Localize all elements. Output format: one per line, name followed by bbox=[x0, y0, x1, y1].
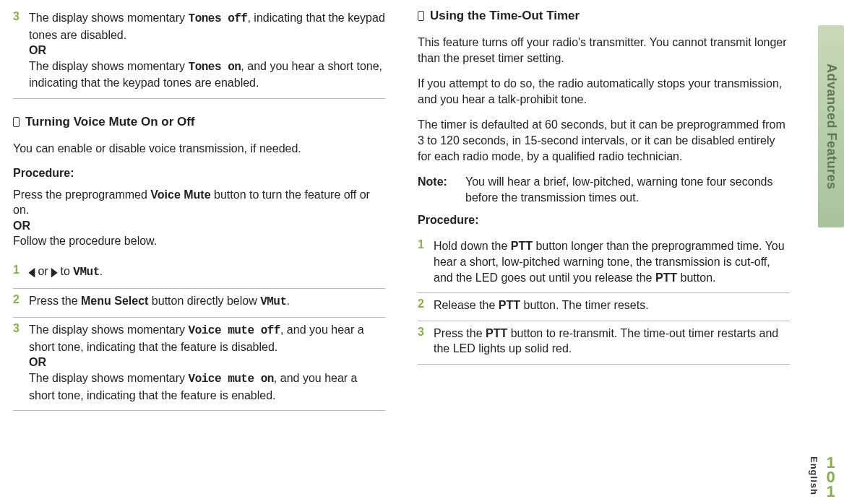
section-title-text: Turning Voice Mute On or Off bbox=[25, 115, 195, 129]
left-arrow-icon: ◂ bbox=[29, 260, 35, 283]
step-number: 2 bbox=[13, 293, 29, 310]
step-number: 2 bbox=[418, 297, 434, 313]
page-number: 101 bbox=[821, 453, 840, 497]
section-icon bbox=[13, 117, 20, 127]
text: . bbox=[287, 295, 290, 307]
display-text: Tones on bbox=[189, 61, 241, 74]
paragraph: Press the preprogrammed Voice Mute butto… bbox=[13, 187, 385, 249]
text: The display shows momentary bbox=[29, 12, 189, 24]
section-heading: Turning Voice Mute On or Off bbox=[13, 115, 385, 129]
language-label: English bbox=[809, 456, 819, 495]
display-text: Voice mute on bbox=[189, 373, 274, 386]
side-tab: Advanced Features bbox=[818, 25, 844, 227]
paragraph: This feature turns off your radio's tran… bbox=[418, 35, 790, 66]
step-number: 3 bbox=[13, 322, 29, 403]
left-column: 3 The display shows momentary Tones off,… bbox=[13, 6, 385, 411]
or-label: OR bbox=[29, 356, 46, 368]
step-body: ◂ or ▸ to VMut. bbox=[29, 264, 385, 281]
text: Release the bbox=[434, 299, 499, 311]
step-item: 3 Press the PTT button to re-transmit. T… bbox=[418, 321, 790, 365]
text: button. The timer resets. bbox=[520, 299, 649, 311]
paragraph: If you attempt to do so, the radio autom… bbox=[418, 76, 790, 107]
right-arrow-icon: ▸ bbox=[51, 260, 57, 283]
step-body: The display shows momentary Tones off, i… bbox=[29, 10, 385, 91]
display-text: Voice mute off bbox=[189, 324, 280, 337]
section-heading: Using the Time-Out Timer bbox=[418, 9, 790, 23]
button-name: Voice Mute bbox=[150, 188, 210, 201]
text: Press the bbox=[434, 327, 486, 339]
display-text: VMut bbox=[260, 295, 286, 308]
step-item: 1 Hold down the PTT button longer than t… bbox=[418, 234, 790, 293]
step-body: The display shows momentary Voice mute o… bbox=[29, 322, 385, 403]
button-name: PTT bbox=[511, 240, 533, 252]
button-name: PTT bbox=[486, 327, 507, 339]
step-number: 1 bbox=[13, 264, 29, 281]
note-label: Note: bbox=[418, 174, 465, 205]
or-label: OR bbox=[29, 44, 46, 56]
text: Follow the procedure below. bbox=[13, 235, 157, 247]
text: Press the bbox=[29, 295, 81, 307]
text: . bbox=[100, 265, 103, 277]
text: button. bbox=[677, 271, 715, 284]
text: button directly below bbox=[148, 295, 260, 307]
text: The display shows momentary bbox=[29, 323, 189, 336]
step-item: 1 ◂ or ▸ to VMut. bbox=[13, 259, 385, 289]
step-body: Press the PTT button to re-transmit. The… bbox=[434, 326, 790, 357]
step-number: 3 bbox=[13, 10, 29, 91]
step-item: 2 Press the Menu Select button directly … bbox=[13, 289, 385, 318]
step-number: 1 bbox=[418, 238, 434, 285]
procedure-label: Procedure: bbox=[13, 167, 385, 180]
button-name: Menu Select bbox=[81, 295, 148, 307]
section-title-text: Using the Time-Out Timer bbox=[430, 9, 580, 23]
text: to bbox=[57, 265, 73, 277]
step-item: 2 Release the PTT button. The timer rese… bbox=[418, 293, 790, 321]
or-label: OR bbox=[13, 220, 30, 232]
text: The display shows momentary bbox=[29, 60, 189, 72]
step-item: 3 The display shows momentary Tones off,… bbox=[13, 6, 385, 99]
side-tab-label: Advanced Features bbox=[824, 64, 839, 190]
text: The display shows momentary bbox=[29, 372, 189, 384]
text: Press the preprogrammed bbox=[13, 188, 150, 201]
step-body: Release the PTT button. The timer resets… bbox=[434, 297, 790, 313]
display-text: Tones off bbox=[189, 12, 248, 25]
button-name: PTT bbox=[655, 271, 677, 284]
section-icon bbox=[418, 11, 424, 21]
right-column: Using the Time-Out Timer This feature tu… bbox=[418, 6, 790, 411]
step-item: 3 The display shows momentary Voice mute… bbox=[13, 318, 385, 411]
button-name: PTT bbox=[499, 299, 520, 311]
paragraph: The timer is defaulted at 60 seconds, bu… bbox=[418, 117, 790, 164]
text: Hold down the bbox=[434, 240, 511, 252]
procedure-label: Procedure: bbox=[418, 214, 790, 227]
note-block: Note: You will hear a brief, low-pitched… bbox=[418, 174, 790, 205]
paragraph: You can enable or disable voice transmis… bbox=[13, 141, 385, 157]
step-number: 3 bbox=[418, 326, 434, 357]
step-body: Hold down the PTT button longer than the… bbox=[434, 238, 790, 285]
display-text: VMut bbox=[73, 266, 99, 279]
step-body: Press the Menu Select button directly be… bbox=[29, 293, 385, 310]
note-text: You will hear a brief, low-pitched, warn… bbox=[465, 174, 790, 205]
two-column-layout: 3 The display shows momentary Tones off,… bbox=[13, 6, 793, 411]
text: or bbox=[35, 265, 51, 277]
